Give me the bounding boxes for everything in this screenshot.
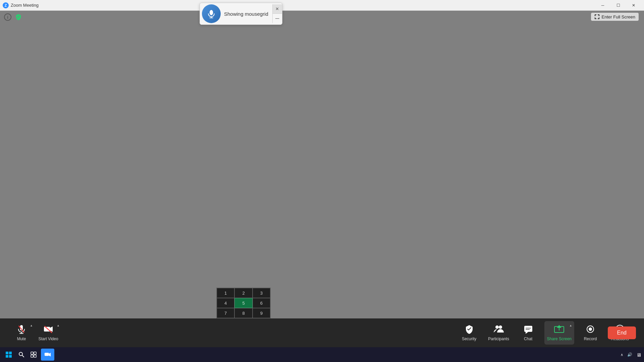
svg-marker-13	[526, 332, 528, 334]
mute-icon	[17, 324, 26, 335]
svg-point-10	[495, 325, 499, 329]
svg-rect-29	[9, 355, 12, 358]
mousegrid-cell-6[interactable]: 6	[253, 298, 270, 308]
task-view-button[interactable]	[28, 349, 39, 360]
chat-icon	[524, 324, 533, 335]
volume-icon[interactable]: 🔊	[627, 352, 632, 357]
share-screen-caret[interactable]: ▲	[569, 324, 572, 327]
taskbar-right: ∧ 🔊 🖥	[621, 352, 641, 358]
mousegrid-text: Showing mousegrid	[223, 11, 272, 17]
info-icon[interactable]: i	[4, 13, 11, 21]
svg-point-20	[589, 327, 592, 331]
app-icon: Z	[3, 2, 9, 8]
svg-marker-37	[49, 353, 51, 357]
security-icon	[465, 324, 474, 335]
security-status-icon[interactable]	[15, 13, 22, 21]
svg-rect-36	[45, 353, 49, 356]
svg-rect-32	[31, 352, 33, 354]
record-button[interactable]: Record	[577, 321, 604, 345]
svg-rect-7	[44, 327, 50, 331]
zoom-toolbar: ▲ Mute ▲ Start Video	[0, 318, 644, 347]
search-button[interactable]	[16, 349, 27, 360]
participants-label: Participants	[488, 337, 509, 341]
chat-button[interactable]: Chat	[515, 321, 542, 345]
mousegrid-cell-3[interactable]: 3	[253, 288, 270, 298]
record-label: Record	[584, 337, 597, 341]
mousegrid-cell-1[interactable]: 1	[217, 288, 234, 298]
security-label: Security	[462, 337, 476, 341]
window-controls: ─ ☐ ✕	[595, 0, 641, 11]
participants-icon	[494, 324, 504, 335]
svg-line-31	[22, 355, 24, 357]
mousegrid-cell-7[interactable]: 7	[217, 308, 234, 318]
share-screen-icon	[554, 324, 564, 335]
fullscreen-label: Enter Full Screen	[602, 14, 635, 19]
mute-label: Mute	[17, 337, 26, 341]
svg-rect-33	[34, 352, 36, 354]
security-button[interactable]: Security	[456, 321, 483, 345]
mousegrid-cell-8[interactable]: 8	[234, 308, 252, 318]
mousegrid-close-button[interactable]: ✕	[273, 4, 282, 14]
mute-button[interactable]: ▲ Mute	[8, 321, 35, 345]
svg-rect-34	[31, 355, 33, 357]
svg-point-11	[499, 325, 502, 329]
svg-rect-35	[34, 355, 36, 357]
end-button[interactable]: End	[608, 326, 636, 339]
taskbar: ∧ 🔊 🖥	[0, 347, 644, 362]
video-caret[interactable]: ▲	[57, 324, 60, 327]
mousegrid-minimize-button[interactable]: ─	[273, 14, 282, 23]
system-tray-up[interactable]: ∧	[621, 353, 623, 357]
app-title: Zoom Meeting	[11, 3, 595, 8]
start-video-label: Start Video	[38, 337, 58, 341]
network-icon[interactable]: 🖥	[636, 352, 641, 358]
mousegrid-overlay: 123456789	[216, 288, 271, 318]
share-screen-button[interactable]: ▲ Share Screen	[544, 321, 574, 345]
mousegrid-popup: Showing mousegrid ✕ ─	[200, 3, 282, 25]
share-screen-label: Share Screen	[547, 337, 572, 341]
start-video-icon	[44, 324, 53, 335]
title-bar: Z Zoom Meeting ─ ☐ ✕	[0, 0, 644, 11]
close-button[interactable]: ✕	[626, 0, 641, 11]
svg-point-0	[210, 10, 213, 15]
record-icon	[586, 324, 595, 335]
minimize-button[interactable]: ─	[595, 0, 610, 11]
start-video-button[interactable]: ▲ Start Video	[35, 321, 62, 345]
fullscreen-button[interactable]: Enter Full Screen	[591, 13, 639, 21]
mute-caret[interactable]: ▲	[30, 324, 33, 327]
mousegrid-cell-9[interactable]: 9	[253, 308, 270, 318]
mousegrid-cell-2[interactable]: 2	[234, 288, 252, 298]
mousegrid-mic-icon	[202, 4, 221, 23]
svg-rect-26	[6, 352, 8, 354]
participants-button[interactable]: Participants	[485, 321, 512, 345]
mousegrid-cell-5[interactable]: 5	[234, 298, 252, 308]
maximize-button[interactable]: ☐	[610, 0, 626, 11]
end-button-container: End	[608, 318, 636, 347]
chat-label: Chat	[524, 337, 532, 341]
top-left-icons: i	[4, 13, 22, 21]
svg-rect-12	[524, 326, 532, 332]
taskbar-zoom-icon[interactable]	[41, 349, 54, 361]
start-button[interactable]	[3, 349, 15, 361]
svg-rect-27	[9, 352, 12, 354]
svg-rect-28	[6, 355, 8, 358]
mousegrid-cell-4[interactable]: 4	[217, 298, 234, 308]
mousegrid-controls: ✕ ─	[272, 4, 282, 23]
